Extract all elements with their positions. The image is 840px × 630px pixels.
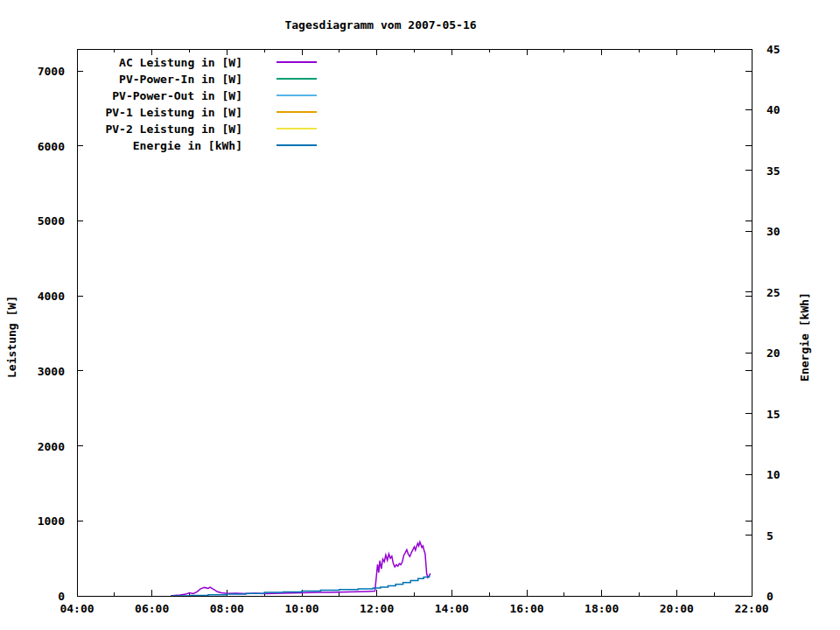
legend-label: AC Leistung in [W]	[119, 56, 242, 69]
y-right-tick-label: 25	[766, 286, 780, 299]
y-right-tick-label: 0	[766, 590, 774, 603]
x-tick-label: 14:00	[435, 602, 469, 615]
y-left-tick-label: 0	[58, 590, 65, 603]
x-tick-label: 08:00	[210, 602, 244, 615]
y-right-tick-label: 30	[766, 225, 780, 238]
left-axis-label: Leistung [W]	[5, 296, 18, 378]
legend-label: Energie in [kWh]	[133, 139, 242, 152]
y-right-tick-label: 40	[766, 103, 780, 116]
x-tick-label: 06:00	[135, 602, 169, 615]
x-tick-label: 22:00	[734, 602, 768, 615]
x-tick-label: 04:00	[60, 602, 94, 615]
y-right-tick-label: 45	[766, 43, 780, 56]
right-axis-label: Energie [kWh]	[798, 292, 811, 382]
x-tick-label: 10:00	[284, 602, 318, 615]
y-right-tick-label: 5	[766, 529, 774, 542]
tagesdiagramm-chart: Tagesdiagramm vom 2007-05-16 Leistung [W…	[0, 0, 840, 630]
chart-page: Tagesdiagramm vom 2007-05-16 Leistung [W…	[0, 0, 840, 630]
legend-label: PV-1 Leistung in [W]	[105, 106, 242, 119]
y-left-tick-label: 1000	[38, 514, 65, 528]
x-tick-label: 18:00	[584, 602, 619, 615]
y-left-tick-label: 7000	[38, 65, 65, 78]
y-left-tick-label: 3000	[38, 365, 65, 378]
y-right-tick-label: 35	[766, 164, 780, 178]
y-left-tick-label: 2000	[38, 440, 65, 453]
x-tick-label: 12:00	[360, 602, 394, 615]
y-right-tick-label: 15	[766, 408, 780, 421]
legend-label: PV-Power-In in [W]	[119, 73, 242, 86]
legend-label: PV-2 Leistung in [W]	[105, 122, 242, 136]
y-left-tick-label: 4000	[38, 290, 65, 303]
legend-label: PV-Power-Out in [W]	[112, 89, 242, 102]
x-tick-label: 16:00	[509, 602, 543, 615]
x-tick-label: 20:00	[660, 602, 694, 615]
y-left-tick-label: 6000	[38, 140, 65, 153]
y-right-tick-label: 20	[766, 346, 780, 360]
y-right-tick-label: 10	[766, 468, 780, 481]
y-left-tick-label: 5000	[38, 214, 65, 228]
chart-title: Tagesdiagramm vom 2007-05-16	[284, 18, 476, 32]
